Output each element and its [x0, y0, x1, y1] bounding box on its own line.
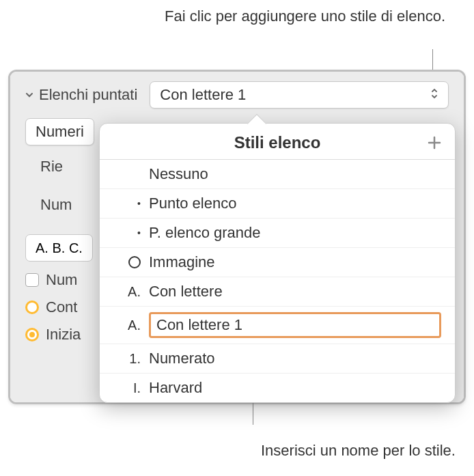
radio-icon [25, 300, 39, 314]
list-style-item[interactable]: Nessuno [100, 160, 455, 189]
numbers-popup[interactable]: Numeri [25, 118, 94, 145]
list-style-item[interactable]: •Punto elenco [100, 189, 455, 219]
list-style-label: Punto elenco [149, 195, 236, 212]
section-label[interactable]: Elenchi puntati [25, 86, 137, 104]
list-marker: • [113, 198, 141, 209]
number-format-example: A. B. C. [36, 240, 83, 256]
style-name-input[interactable] [149, 312, 441, 338]
circle-marker-icon [128, 256, 141, 268]
disclosure-arrow-icon [25, 91, 33, 99]
list-style-item[interactable]: A.Con lettere [100, 277, 455, 307]
continue-label: Cont [46, 298, 77, 316]
list-marker [113, 256, 141, 268]
popover-header: Stili elenco [100, 124, 455, 159]
list-style-label: Numerato [149, 350, 215, 367]
list-style-popup[interactable]: Con lettere 1 [150, 81, 449, 109]
list-marker: A. [113, 284, 141, 300]
list-marker: 1. [113, 351, 141, 367]
add-style-button[interactable] [423, 132, 445, 154]
list-marker: • [113, 227, 141, 238]
style-list: Nessuno•Punto elenco•P. elenco grandeImm… [100, 159, 455, 402]
plus-icon [428, 136, 441, 150]
bulleted-lists-row: Elenchi puntati Con lettere 1 [25, 81, 449, 109]
start-from-label: Inizia [46, 326, 81, 344]
list-style-item[interactable]: •P. elenco grande [100, 219, 455, 248]
callout-enter-name: Inserisci un nome per lo stile. [261, 441, 456, 461]
list-marker: I. [113, 380, 141, 396]
list-style-label: Con lettere [149, 283, 223, 300]
checkbox-icon [25, 273, 39, 287]
section-label-text: Elenchi puntati [39, 86, 137, 104]
list-style-label: Nessuno [149, 165, 208, 183]
chevron-updown-icon [430, 86, 438, 104]
list-style-item[interactable]: A. [100, 307, 455, 344]
callout-add-style: Fai clic per aggiungere uno stile di ele… [165, 7, 445, 27]
list-style-label: Harvard [149, 379, 202, 397]
radio-icon-selected [25, 328, 39, 341]
tiered-numbers-label: Num [46, 271, 77, 289]
list-style-label: P. elenco grande [149, 224, 261, 242]
list-marker: A. [113, 318, 141, 333]
list-style-item[interactable]: Immagine [100, 248, 455, 277]
list-style-value: Con lettere 1 [160, 86, 246, 104]
number-format-popup[interactable]: A. B. C. [25, 234, 93, 262]
list-style-label: Immagine [149, 253, 215, 271]
popover-title: Stili elenco [234, 133, 321, 152]
list-style-item[interactable]: 1.Numerato [100, 344, 455, 374]
list-style-item[interactable]: I.Harvard [100, 374, 455, 402]
numbers-popup-label: Numeri [36, 123, 84, 141]
list-styles-popover: Stili elenco Nessuno•Punto elenco•P. ele… [99, 123, 456, 403]
